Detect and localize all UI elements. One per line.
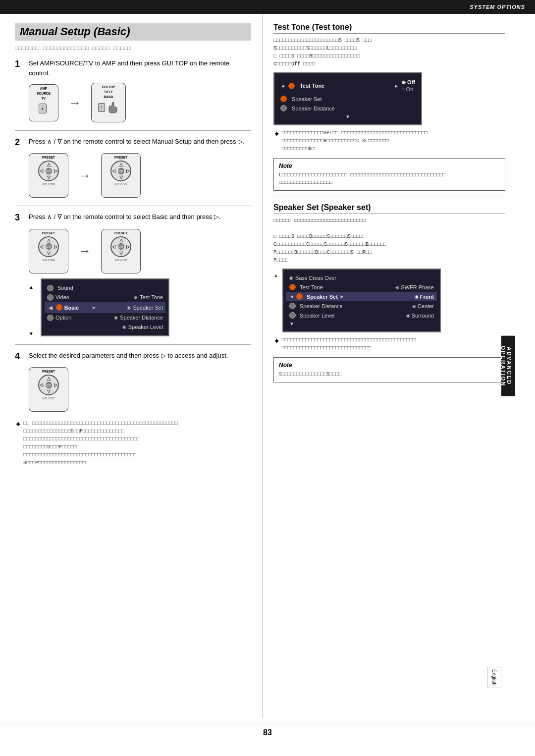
english-tab: English (487, 667, 501, 688)
step-3-diagram: PRESET △ ▽ ◁ ▷ ENT A/B,C/DE → (29, 229, 251, 273)
ss-ss-bullet (296, 293, 303, 300)
tip-icon-ss: ✦ (273, 336, 280, 346)
ss-label: Speaker Set (292, 96, 415, 102)
dpad-right: △ ▽ ◁ ▷ ENT (110, 161, 131, 181)
ss-menu-up-arrow: ▲ (273, 272, 278, 278)
test-tone-note: Note L□□□□□□□□□□□□□□□□□□□□□□ □□□□□□□□□□□… (273, 158, 505, 191)
arrow-up-icon: △ (47, 162, 51, 167)
ss-sl-label: Speaker Level (300, 313, 334, 319)
arrow-down-icon: ▽ (47, 175, 51, 180)
test-tone-tip: ✦ □□□□□□□□□□□□□□SPL□□ □□□□□□□□□□□□□□□□□□… (273, 129, 505, 153)
arrow-left-icon: ◁ (40, 168, 43, 173)
ss-speaker-level-row: Speaker Level ◉ Surround (286, 311, 437, 320)
remote-left: AMP SOURCE TV ▲ (29, 84, 58, 121)
right-column: Test Tone (Test tone) □□□□□□□□□□□□□□□□□□… (263, 14, 515, 718)
speaker-set-menu-area: ▲ ◉ Bass Cross Over Test Tone (273, 269, 505, 332)
title-label: TITLE (104, 90, 113, 94)
top-header-bar: SYSTEM OPTIONS (0, 0, 535, 14)
test-tone-option: Test Tone (140, 294, 163, 300)
advanced-operation-tab: ADVANCED OPERATION (501, 335, 515, 396)
speaker-set-section: Speaker Set (Speaker set) □□□□□□ □□□□□□□… (273, 203, 505, 382)
sd-label: Speaker Distance (292, 106, 415, 111)
dpad-center[interactable]: ENT (46, 168, 52, 174)
dpad-left: △ ▽ ◁ ▷ ENT (38, 161, 59, 181)
menu-basic-row: ◄ Basic ► ◉ Speaker Set (45, 302, 165, 313)
remote-bottom-label: A/B,C/DE (42, 183, 55, 186)
speaker-set-option: Speaker Set (133, 305, 163, 311)
basic-right-arrow: ► (92, 305, 97, 310)
english-label: English (491, 669, 497, 686)
sound-bullet (47, 285, 54, 291)
step2-remote-right: PRESET △ ▽ ◁ ▷ ENT A/B,COD (101, 153, 141, 198)
surround-label: Surround (412, 313, 434, 319)
swfr-label: SWFR Phase (401, 284, 434, 290)
front-label: Front (420, 294, 434, 300)
section-divider (273, 197, 505, 197)
step3-dpad-center-r[interactable]: ENT (118, 243, 124, 250)
dpad-center-2[interactable]: ENT (118, 168, 124, 174)
ss-note-title: Note (279, 362, 500, 369)
step-2-number: 2 (15, 137, 24, 148)
ss-test-tone-row: Test Tone ◉ SWFR Phase (286, 282, 437, 292)
left-column: Manual Setup (Basic) □□□□□□□ □□□□□□□□□□□… (0, 14, 263, 718)
tt-left-arrow: ◄ (280, 83, 285, 89)
menu-sound-row: Sound (45, 283, 165, 293)
speaker-dist-row: Speaker Distance (277, 104, 418, 113)
ss-left-arrow: ◄ (289, 294, 294, 299)
remote-tv-label: TV (42, 97, 46, 100)
speaker-set-row: Speaker Set (277, 94, 418, 104)
arrow-down-icon-2: ▽ (119, 175, 123, 180)
bass-crossover-row: ◉ Bass Cross Over (286, 273, 437, 282)
option-bullet-speaker-dist: ◉ (114, 315, 118, 320)
test-tone-note-title: Note (279, 162, 500, 169)
ss-sl-bullet (289, 312, 296, 319)
tip-icon-left: ✦ (15, 420, 21, 429)
test-tone-body1: □□□□□□□□□□□□□□□□□□□□□□S □□□□S □□□ S□□□□□… (273, 37, 505, 68)
step-4: 4 Select the desired parameters and then… (15, 351, 251, 412)
swfr-radio: ◉ (395, 285, 399, 290)
page-subtitle: □□□□□□□ □□□□□□□□□□□□□ □□□□□ □□□□□ (15, 46, 251, 52)
step-2: 2 Press ∧ / ∇ on the remote control to s… (15, 137, 251, 198)
divider-1 (15, 130, 251, 131)
step3-dpad-center-l[interactable]: ENT (46, 243, 52, 250)
speaker-distance-option: Speaker Distance (120, 315, 163, 321)
step-2-diagram: PRESET △ ▽ ◁ ▷ ENT A/B,C/DE → (29, 153, 251, 198)
speaker-set-heading: Speaker Set (Speaker set) (273, 203, 505, 214)
step3-remote-right: PRESET △ ▽ ◁ ▷ ENT A/B,COD (101, 229, 141, 273)
tt-right-arrow: ► (394, 83, 399, 89)
test-tone-heading: Test Tone (Test tone) (273, 23, 505, 34)
test-tone-section: Test Tone (Test tone) □□□□□□□□□□□□□□□□□□… (273, 23, 505, 191)
menu-option-row: Option ◉ Speaker Distance (45, 313, 165, 323)
remote-source-label: SOURCE (37, 92, 51, 95)
video-bullet (47, 294, 54, 301)
step-3: 3 Press ∧ / ∇ on the remote control to s… (15, 212, 251, 336)
option-label: Option (55, 315, 97, 321)
bc-radio: ◉ (289, 275, 293, 280)
step3-arrow: → (78, 243, 91, 259)
ss-ss-label: Speaker Set (307, 294, 338, 300)
surround-radio: ◉ (406, 313, 410, 318)
test-tone-row: ◄ Test Tone ► ◉ Off ○ (277, 77, 418, 94)
menu-speaker-level-row: ◉ Speaker Level (45, 323, 165, 331)
arrow-right-icon: ▷ (54, 168, 57, 173)
tt-tip-text: □□□□□□□□□□□□□□SPL□□ □□□□□□□□□□□□□□□□□□□□… (282, 129, 428, 153)
step-3-number: 3 (15, 212, 24, 223)
divider-3 (15, 344, 251, 345)
amp-button[interactable]: ▲ (39, 104, 47, 113)
left-arrow-icon: ◄ (47, 304, 54, 312)
left-tip-text: □□ □□□□□□□□□□□□□□□□□□□□□□□□□□□□□□□□□□□□□… (23, 420, 178, 467)
arrow-up-icon-2: △ (119, 162, 123, 167)
gui-top-label: GUI TOP (102, 85, 115, 89)
test-tone-note-text: L□□□□□□□□□□□□□□□□□□□□□□ □□□□□□□□□□□□□□□□… (279, 171, 500, 186)
option-bullet-speaker-set: ◉ (127, 305, 131, 310)
sound-label: Sound (57, 285, 163, 291)
left-tip-section: ✦ □□ □□□□□□□□□□□□□□□□□□□□□□□□□□□□□□□□□□□… (15, 420, 251, 467)
speaker-set-note: Note S□□□□□□□□□□□□□□□S□□□□ (273, 357, 505, 382)
step3-dpad-left: △ ▽ ◁ ▷ ENT (38, 236, 59, 257)
tt-off-label: Off (407, 79, 415, 85)
title-button[interactable]: T (98, 103, 105, 112)
arrow-right-icon: → (68, 95, 81, 110)
step4-dpad-center[interactable]: ENT (46, 382, 52, 388)
step-1-number: 1 (15, 58, 24, 70)
speaker-set-screen-menu: ◉ Bass Cross Over Test Tone ◉ SWFR Ph (282, 269, 441, 332)
